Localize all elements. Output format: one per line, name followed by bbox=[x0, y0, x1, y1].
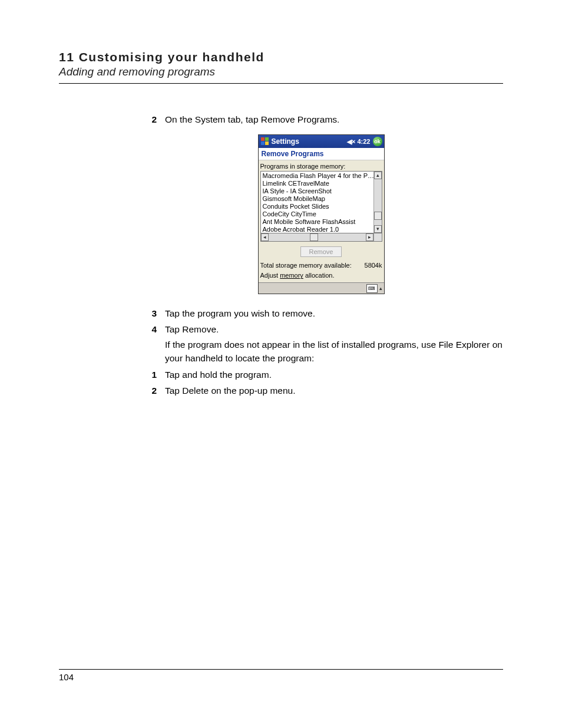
step-number: 3 bbox=[139, 307, 165, 320]
list-item[interactable]: Conduits Pocket Slides bbox=[263, 203, 372, 210]
horizontal-scrollbar[interactable]: ◂ ▸ bbox=[260, 233, 382, 242]
list-item[interactable]: CodeCity CityTime bbox=[263, 210, 372, 218]
page-number: 104 bbox=[59, 672, 74, 682]
vertical-scrollbar[interactable]: ▴ ▾ bbox=[373, 172, 382, 233]
svg-rect-3 bbox=[265, 141, 269, 145]
step-row: 1 Tap and hold the program. bbox=[139, 368, 503, 381]
programs-listbox[interactable]: Macromedia Flash Player 4 for the P… Lim… bbox=[260, 171, 382, 233]
page-footer: 104 bbox=[59, 669, 503, 682]
status-time: ◀× 4:22 bbox=[347, 138, 370, 146]
content-area: 2 On the System tab, tap Remove Programs… bbox=[139, 113, 503, 397]
svg-rect-0 bbox=[261, 137, 265, 141]
step-row: 3 Tap the program you wish to remove. bbox=[139, 307, 503, 320]
list-item[interactable]: Limelink CETravelMate bbox=[263, 180, 372, 187]
memory-row: Total storage memory available: 5804k bbox=[260, 261, 382, 271]
device-screenshot: Settings ◀× 4:22 ok Remove Programs Prog… bbox=[139, 134, 503, 294]
sip-up-icon[interactable]: ▴ bbox=[379, 285, 382, 291]
list-item[interactable]: Ant Mobile Software FlashAssist bbox=[263, 218, 372, 226]
step-number: 4 bbox=[139, 323, 165, 336]
chapter-title: 11 Customising your handheld bbox=[59, 50, 503, 64]
step-text: On the System tab, tap Remove Programs. bbox=[165, 113, 503, 126]
keyboard-icon[interactable]: ⌨ bbox=[366, 284, 378, 293]
svg-rect-2 bbox=[261, 141, 265, 145]
remove-button[interactable]: Remove bbox=[300, 246, 342, 257]
scroll-down-icon[interactable]: ▾ bbox=[374, 225, 382, 233]
memory-value: 5804k bbox=[365, 262, 382, 269]
step-number: 2 bbox=[139, 113, 165, 126]
adjust-allocation: Adjust memory allocation. bbox=[260, 271, 382, 281]
device-bottombar: ⌨ ▴ bbox=[259, 282, 384, 294]
step-row: 2 On the System tab, tap Remove Programs… bbox=[139, 113, 503, 126]
step-number: 1 bbox=[139, 368, 165, 381]
list-item[interactable]: Macromedia Flash Player 4 for the P… bbox=[263, 172, 372, 180]
step-text: Tap Delete on the pop-up menu. bbox=[165, 384, 503, 397]
scroll-corner bbox=[373, 233, 382, 241]
note-text: If the program does not appear in the li… bbox=[165, 338, 503, 365]
step-text: Tap Remove. bbox=[165, 323, 503, 336]
memory-label: Total storage memory available: bbox=[260, 262, 352, 269]
step-text: Tap the program you wish to remove. bbox=[165, 307, 503, 320]
section-title: Adding and removing programs bbox=[59, 65, 503, 78]
step-row: 4 Tap Remove. bbox=[139, 323, 503, 336]
device-title: Settings bbox=[272, 137, 345, 146]
device-titlebar: Settings ◀× 4:22 ok bbox=[259, 135, 384, 148]
scroll-thumb[interactable] bbox=[374, 212, 382, 220]
scroll-up-icon[interactable]: ▴ bbox=[374, 172, 382, 179]
svg-rect-1 bbox=[265, 137, 269, 141]
windows-logo-icon bbox=[260, 137, 270, 146]
screen-subtitle: Remove Programs bbox=[259, 148, 384, 160]
scroll-thumb[interactable] bbox=[310, 233, 318, 241]
list-item[interactable]: Gismosoft MobileMap bbox=[263, 195, 372, 203]
memory-link[interactable]: memory bbox=[280, 272, 303, 279]
step-number: 2 bbox=[139, 384, 165, 397]
scroll-right-icon[interactable]: ▸ bbox=[366, 233, 373, 241]
page-header: 11 Customising your handheld Adding and … bbox=[59, 50, 503, 84]
scroll-left-icon[interactable]: ◂ bbox=[261, 233, 269, 241]
ok-button[interactable]: ok bbox=[373, 137, 382, 146]
programs-label: Programs in storage memory: bbox=[260, 162, 382, 171]
step-row: 2 Tap Delete on the pop-up menu. bbox=[139, 384, 503, 397]
list-item[interactable]: IA Style - IA ScreenShot bbox=[263, 187, 372, 195]
volume-icon: ◀× bbox=[347, 138, 355, 146]
list-item[interactable]: Adobe Acrobat Reader 1.0 bbox=[263, 226, 372, 233]
step-text: Tap and hold the program. bbox=[165, 368, 503, 381]
